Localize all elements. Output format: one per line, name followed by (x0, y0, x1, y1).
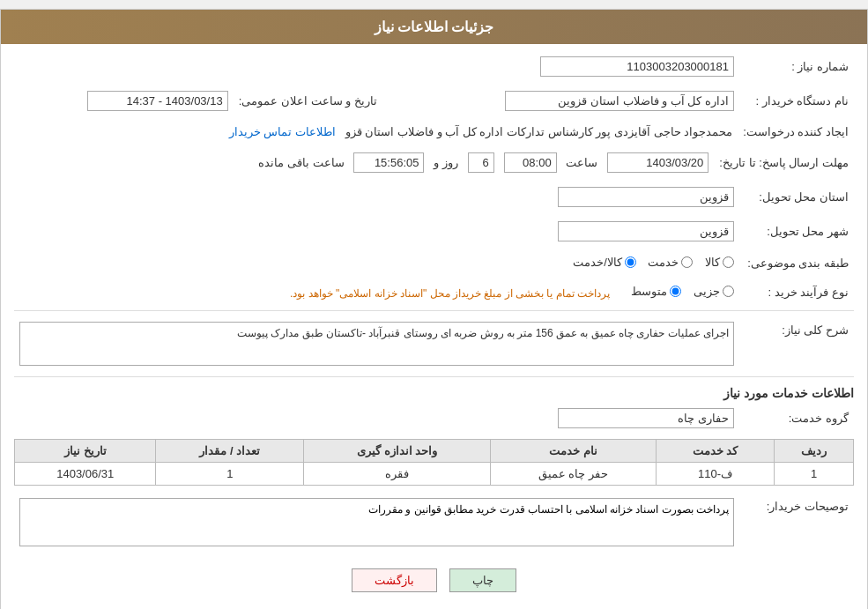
col-row: ردیف (775, 440, 854, 463)
cell-unit: فقره (304, 463, 491, 486)
purchase-type-row: نوع فرآیند خرید : جزیی متوسط پرداخت تمام… (14, 281, 854, 303)
col-code: کد خدمت (656, 440, 774, 463)
purchase-motawaset-option[interactable]: متوسط (631, 285, 681, 298)
need-number-value: 1103003203000181 (14, 53, 739, 80)
time-label: ساعت (566, 156, 597, 169)
service-group-row: گروه خدمت: حفاری چاه (14, 405, 854, 432)
deadline-row: مهلت ارسال پاسخ: تا تاریخ: 1403/03/20 سا… (14, 149, 854, 176)
need-description-label: شرح کلی نیاز: (739, 318, 854, 369)
buyer-notes-label: توصیحات خریدار: (739, 494, 854, 553)
category-kala-khedmat-radio[interactable] (625, 256, 636, 268)
purchase-jozyi-option[interactable]: جزیی (694, 285, 734, 298)
category-khedmat-radio[interactable] (681, 256, 693, 268)
need-description-display: اجرای عملیات حفاری چاه عمیق به عمق 156 م… (19, 322, 734, 366)
buyer-org-label: نام دستگاه خریدار : (739, 87, 854, 115)
deadline-time: 08:00 (504, 152, 557, 173)
col-name: نام خدمت (490, 440, 656, 463)
creator-row: ایجاد کننده درخواست: محمدجواد حاجی آقایز… (14, 122, 854, 142)
need-description-row: شرح کلی نیاز: اجرای عملیات حفاری چاه عمی… (14, 318, 854, 369)
back-button[interactable]: بازگشت (352, 568, 437, 592)
page-header: جزئیات اطلاعات نیاز (1, 10, 867, 44)
remaining-label: ساعت باقی مانده (258, 156, 344, 169)
purchase-motawaset-label: متوسط (631, 285, 667, 298)
purchase-type-label: نوع فرآیند خرید : (739, 281, 854, 303)
services-table: ردیف کد خدمت نام خدمت واحد اندازه گیری ت… (14, 439, 854, 486)
category-options: کالا خدمت کالا/خدمت (14, 252, 739, 274)
need-number-label: شماره نیاز : (739, 53, 854, 80)
service-group-value: حفاری چاه (14, 405, 739, 432)
province-display: قزوین (558, 187, 734, 207)
buyer-org-value: اداره کل آب و فاضلاب استان قزوین (393, 87, 739, 115)
creator-name: محمدجواد حاجی آقایزدی پور کارشناس تدارکا… (345, 125, 732, 138)
divider-2 (14, 376, 854, 377)
province-label: استان محل تحویل: (739, 183, 854, 211)
city-row: شهر محل تحویل: قزوین (14, 218, 854, 245)
category-khedmat-option[interactable]: خدمت (648, 256, 693, 269)
cell-date: 1403/06/31 (15, 463, 156, 486)
category-kala-radio[interactable] (723, 256, 734, 268)
purchase-note: پرداخت تمام یا بخشی از مبلغ خریداز محل "… (290, 287, 610, 300)
category-kala-khedmat-label: کالا/خدمت (573, 256, 622, 269)
purchase-jozyi-label: جزیی (694, 285, 720, 298)
category-kala-option[interactable]: کالا (705, 256, 734, 269)
deadline-values: 1403/03/20 ساعت 08:00 6 روز و 15:56:05 س… (14, 149, 714, 176)
category-khedmat-label: خدمت (648, 256, 679, 269)
purchase-motawaset-radio[interactable] (670, 286, 681, 297)
city-label: شهر محل تحویل: (739, 218, 854, 245)
cell-name: حفر چاه عمیق (490, 463, 656, 486)
need-number-display: 1103003203000181 (540, 56, 734, 77)
col-date: تاریخ نیاز (15, 440, 156, 463)
divider-1 (14, 310, 854, 311)
service-group-label: گروه خدمت: (739, 405, 854, 432)
deadline-days: 6 (468, 152, 494, 173)
service-group-display: حفاری چاه (558, 408, 734, 428)
province-row: استان محل تحویل: قزوین (14, 183, 854, 211)
announce-datetime-value: 1403/03/13 - 14:37 (14, 87, 234, 115)
buyer-notes-row: توصیحات خریدار: (14, 494, 854, 553)
buyer-notes-value (14, 494, 739, 553)
purchase-jozyi-radio[interactable] (723, 286, 734, 297)
announce-datetime-label: تاریخ و ساعت اعلان عمومی: (234, 87, 382, 115)
page-wrapper: جزئیات اطلاعات نیاز شماره نیاز : 1103003… (0, 9, 868, 609)
col-count: تعداد / مقدار (156, 440, 304, 463)
purchase-type-options: جزیی متوسط پرداخت تمام یا بخشی از مبلغ خ… (14, 281, 739, 303)
button-row: چاپ بازگشت (14, 560, 854, 601)
cell-count: 1 (156, 463, 304, 486)
page-title: جزئیات اطلاعات نیاز (375, 19, 494, 34)
remaining-time: 15:56:05 (353, 152, 424, 173)
table-row: 1ف-110حفر چاه عمیقفقره11403/06/31 (15, 463, 854, 486)
category-kala-khedmat-option[interactable]: کالا/خدمت (573, 256, 636, 269)
buyer-notes-textarea[interactable] (19, 498, 734, 546)
cell-code: ف-110 (656, 463, 774, 486)
province-value: قزوین (14, 183, 739, 211)
col-unit: واحد اندازه گیری (304, 440, 491, 463)
services-info-title: اطلاعات خدمات مورد نیاز (14, 386, 854, 400)
announce-datetime-display: 1403/03/13 - 14:37 (87, 91, 228, 111)
need-number-row: شماره نیاز : 1103003203000181 (14, 53, 854, 80)
buyer-org-display: اداره کل آب و فاضلاب استان قزوین (505, 91, 734, 111)
category-row: طبقه بندی موضوعی: کالا خدمت کالا/خدمت (14, 252, 854, 274)
main-content: شماره نیاز : 1103003203000181 نام دستگاه… (1, 44, 867, 609)
print-button[interactable]: چاپ (449, 568, 516, 592)
need-description-value: اجرای عملیات حفاری چاه عمیق به عمق 156 م… (14, 318, 739, 369)
deadline-date: 1403/03/20 (607, 152, 708, 173)
creator-label: ایجاد کننده درخواست: (738, 122, 854, 142)
days-label: روز و (434, 156, 458, 169)
creator-contact-link[interactable]: اطلاعات تماس خریدار (229, 125, 336, 138)
category-kala-label: کالا (705, 256, 720, 269)
deadline-label: مهلت ارسال پاسخ: تا تاریخ: (714, 149, 854, 176)
city-display: قزوین (558, 221, 734, 241)
buyer-announce-row: نام دستگاه خریدار : اداره کل آب و فاضلاب… (14, 87, 854, 115)
category-label: طبقه بندی موضوعی: (739, 252, 854, 274)
creator-value: محمدجواد حاجی آقایزدی پور کارشناس تدارکا… (14, 122, 738, 142)
city-value: قزوین (14, 218, 739, 245)
cell-row: 1 (775, 463, 854, 486)
